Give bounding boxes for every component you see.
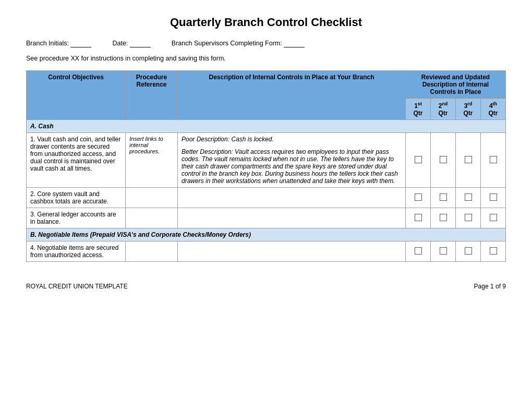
description-cell	[178, 188, 406, 208]
checkbox-q3[interactable]	[456, 188, 481, 208]
checkbox-q2[interactable]	[431, 133, 456, 188]
procedure-cell	[126, 241, 178, 262]
checkbox-q2[interactable]	[431, 241, 456, 262]
description-cell: Poor Description: Cash is locked.Better …	[178, 133, 406, 188]
checkbox[interactable]	[490, 194, 497, 201]
section-row: A. Cash	[27, 120, 506, 133]
date-label: Date:	[112, 40, 150, 47]
checkbox[interactable]	[415, 247, 422, 255]
checkbox-q1[interactable]	[406, 241, 431, 262]
checkbox[interactable]	[490, 247, 497, 255]
checkbox-q4[interactable]	[481, 133, 506, 188]
checkbox[interactable]	[415, 214, 422, 221]
checkbox-q3[interactable]	[456, 208, 481, 228]
footer: ROYAL CREDIT UNION TEMPLATE Page 1 of 9	[26, 283, 506, 290]
checkbox-q3[interactable]	[456, 133, 481, 188]
header-q1: 1st Qtr	[406, 99, 431, 120]
section-row: B. Negotiable Items (Prepaid VISA's and …	[27, 228, 506, 241]
objective-cell: 1. Vault cash and coin, and teller drawe…	[27, 133, 126, 188]
objective-cell: 4. Negotiable items are secured from una…	[27, 241, 126, 262]
checkbox-q2[interactable]	[431, 208, 456, 228]
checkbox-q2[interactable]	[431, 188, 456, 208]
checkbox[interactable]	[465, 156, 472, 163]
checkbox[interactable]	[440, 214, 447, 221]
procedure-cell: Insert links to internal procedures.	[126, 133, 178, 188]
checkbox[interactable]	[490, 214, 497, 221]
description-cell	[178, 241, 406, 262]
checkbox[interactable]	[440, 247, 447, 255]
checkbox[interactable]	[415, 156, 422, 163]
footer-left: ROYAL CREDIT UNION TEMPLATE	[26, 283, 128, 290]
description-cell	[178, 208, 406, 228]
checkbox[interactable]	[415, 194, 422, 201]
checkbox-q3[interactable]	[456, 241, 481, 262]
checkbox-q1[interactable]	[406, 188, 431, 208]
page-title: Quarterly Branch Control Checklist	[26, 16, 506, 29]
header-q3: 3rd Qtr	[456, 99, 481, 120]
checkbox[interactable]	[440, 194, 447, 201]
header-q2: 2nd Qtr	[431, 99, 456, 120]
table-row: 4. Negotiable items are secured from una…	[27, 241, 506, 262]
objective-cell: 2. Core system vault and cashbox totals …	[27, 188, 126, 208]
checkbox[interactable]	[465, 247, 472, 255]
header-procedure: Procedure Reference	[126, 71, 178, 120]
footer-right: Page 1 of 9	[474, 283, 506, 290]
header-objectives: Control Objectives	[27, 71, 126, 120]
procedure-cell	[126, 188, 178, 208]
form-info: Branch Initials: Date: Branch Supervisor…	[26, 40, 506, 47]
procedure-cell	[126, 208, 178, 228]
checkbox[interactable]	[465, 194, 472, 201]
checkbox[interactable]	[465, 214, 472, 221]
checkbox-q1[interactable]	[406, 133, 431, 188]
supervisor-label: Branch Supervisors Completing Form:	[172, 40, 305, 47]
table-row: 3. General ledger accounts are in balanc…	[27, 208, 506, 228]
table-row: 1. Vault cash and coin, and teller drawe…	[27, 133, 506, 188]
checkbox-q1[interactable]	[406, 208, 431, 228]
header-description: Description of Internal Controls in Plac…	[178, 71, 406, 120]
objective-cell: 3. General ledger accounts are in balanc…	[27, 208, 126, 228]
table-row: 2. Core system vault and cashbox totals …	[27, 188, 506, 208]
branch-initials-label: Branch Initials:	[26, 40, 91, 47]
header-q4: 4th Qtr	[481, 99, 506, 120]
checkbox-q4[interactable]	[481, 188, 506, 208]
instructions: See procedure XX for instructions in com…	[26, 55, 506, 62]
header-reviewed: Reviewed and Updated Description of Inte…	[406, 71, 506, 99]
checkbox-q4[interactable]	[481, 208, 506, 228]
checkbox[interactable]	[440, 156, 447, 163]
checklist-table: Control Objectives Procedure Reference D…	[26, 70, 506, 262]
checkbox[interactable]	[490, 156, 497, 163]
checkbox-q4[interactable]	[481, 241, 506, 262]
